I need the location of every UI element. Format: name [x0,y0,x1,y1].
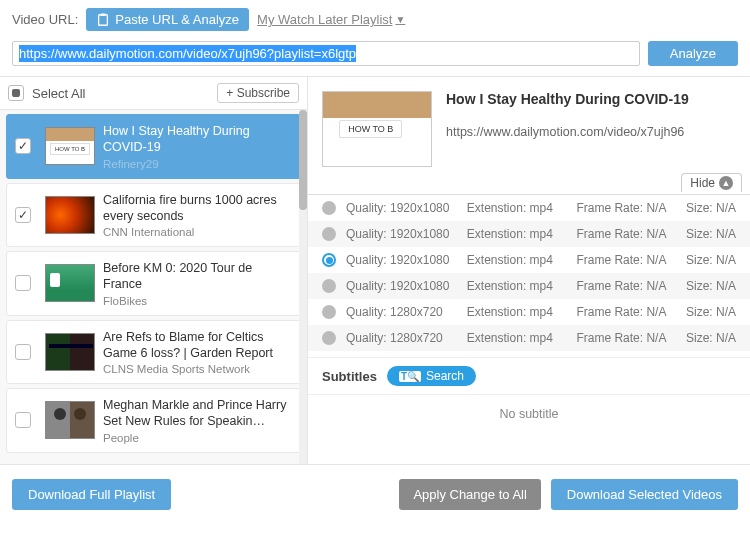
quality-radio[interactable] [322,305,336,319]
search-subtitles-button[interactable]: T🔍 Search [387,366,476,386]
quality-list: Quality: 1920x1080Extenstion: mp4Frame R… [308,194,750,351]
video-item[interactable]: California fire burns 1000 acres every s… [6,183,301,248]
analyze-button[interactable]: Analyze [648,41,738,66]
video-item[interactable]: Are Refs to Blame for Celtics Game 6 los… [6,320,301,385]
paste-url-button[interactable]: Paste URL & Analyze [86,8,249,31]
video-list: How I Stay Healthy During COVID-19Refine… [0,110,307,464]
svg-rect-0 [99,14,108,25]
download-playlist-button[interactable]: Download Full Playlist [12,479,171,510]
video-checkbox[interactable] [15,207,31,223]
extension-value: Extenstion: mp4 [467,253,567,267]
video-item[interactable]: How I Stay Healthy During COVID-19Refine… [6,114,301,179]
extension-value: Extenstion: mp4 [467,227,567,241]
video-thumbnail [45,264,95,302]
video-source: CNN International [103,226,292,238]
quality-radio[interactable] [322,331,336,345]
video-title: Before KM 0: 2020 Tour de France [103,260,292,293]
video-thumbnail [45,127,95,165]
framerate-value: Frame Rate: N/A [576,227,676,241]
video-item[interactable]: Before KM 0: 2020 Tour de FranceFloBikes [6,251,301,316]
quality-value: Quality: 1920x1080 [346,279,457,293]
chevron-down-icon: ▼ [395,14,405,25]
video-thumbnail [45,333,95,371]
quality-row[interactable]: Quality: 1920x1080Extenstion: mp4Frame R… [308,195,750,221]
framerate-value: Frame Rate: N/A [576,279,676,293]
url-input[interactable]: https://www.dailymotion.com/video/x7ujh9… [12,41,640,66]
video-title: Meghan Markle and Prince Harry Set New R… [103,397,292,430]
paste-url-label: Paste URL & Analyze [115,12,239,27]
size-value: Size: N/A [686,305,736,319]
hide-label: Hide [690,176,715,190]
video-checkbox[interactable] [15,344,31,360]
size-value: Size: N/A [686,253,736,267]
select-all-label: Select All [32,86,217,101]
video-item[interactable]: Meghan Markle and Prince Harry Set New R… [6,388,301,453]
video-source: Refinery29 [103,158,292,170]
video-source: People [103,432,292,444]
video-thumbnail [45,196,95,234]
clipboard-icon [96,13,110,27]
quality-value: Quality: 1280x720 [346,331,457,345]
apply-all-button[interactable]: Apply Change to All [399,479,540,510]
size-value: Size: N/A [686,331,736,345]
quality-row[interactable]: Quality: 1280x720Extenstion: mp4Frame Ra… [308,299,750,325]
search-subtitles-label: Search [426,369,464,383]
video-title: California fire burns 1000 acres every s… [103,192,292,225]
quality-value: Quality: 1280x720 [346,305,457,319]
subscribe-button[interactable]: + Subscribe [217,83,299,103]
quality-value: Quality: 1920x1080 [346,253,457,267]
extension-value: Extenstion: mp4 [467,279,567,293]
quality-row[interactable]: Quality: 1920x1080Extenstion: mp4Frame R… [308,247,750,273]
size-value: Size: N/A [686,201,736,215]
quality-radio[interactable] [322,279,336,293]
quality-value: Quality: 1920x1080 [346,227,457,241]
video-checkbox[interactable] [15,275,31,291]
quality-radio[interactable] [322,253,336,267]
video-url-label: Video URL: [12,12,78,27]
quality-value: Quality: 1920x1080 [346,201,457,215]
quality-row[interactable]: Quality: 1920x1080Extenstion: mp4Frame R… [308,273,750,299]
scrollbar[interactable] [299,110,307,464]
size-value: Size: N/A [686,279,736,293]
video-title: Are Refs to Blame for Celtics Game 6 los… [103,329,292,362]
video-title: How I Stay Healthy During COVID-19 [103,123,292,156]
no-subtitle-text: No subtitle [308,394,750,433]
extension-value: Extenstion: mp4 [467,201,567,215]
video-source: CLNS Media Sports Network [103,363,292,375]
framerate-value: Frame Rate: N/A [576,201,676,215]
watch-later-link[interactable]: My Watch Later Playlist ▼ [257,12,405,27]
detail-url: https://www.dailymotion.com/video/x7ujh9… [446,125,736,139]
watch-later-label: My Watch Later Playlist [257,12,392,27]
video-source: FloBikes [103,295,292,307]
framerate-value: Frame Rate: N/A [576,305,676,319]
subtitles-label: Subtitles [322,369,377,384]
quality-row[interactable]: Quality: 1920x1080Extenstion: mp4Frame R… [308,221,750,247]
quality-row[interactable]: Quality: 1280x720Extenstion: mp4Frame Ra… [308,325,750,351]
video-checkbox[interactable] [15,138,31,154]
detail-title: How I Stay Healthy During COVID-19 [446,91,736,107]
download-selected-button[interactable]: Download Selected Videos [551,479,738,510]
extension-value: Extenstion: mp4 [467,331,567,345]
detail-thumbnail [322,91,432,167]
select-all-checkbox[interactable] [8,85,24,101]
video-checkbox[interactable] [15,412,31,428]
quality-radio[interactable] [322,227,336,241]
hide-button[interactable]: Hide ▲ [681,173,742,192]
chevron-up-icon: ▲ [719,176,733,190]
quality-radio[interactable] [322,201,336,215]
text-search-icon: T🔍 [399,371,421,382]
size-value: Size: N/A [686,227,736,241]
framerate-value: Frame Rate: N/A [576,331,676,345]
framerate-value: Frame Rate: N/A [576,253,676,267]
video-thumbnail [45,401,95,439]
extension-value: Extenstion: mp4 [467,305,567,319]
svg-rect-1 [101,13,106,16]
